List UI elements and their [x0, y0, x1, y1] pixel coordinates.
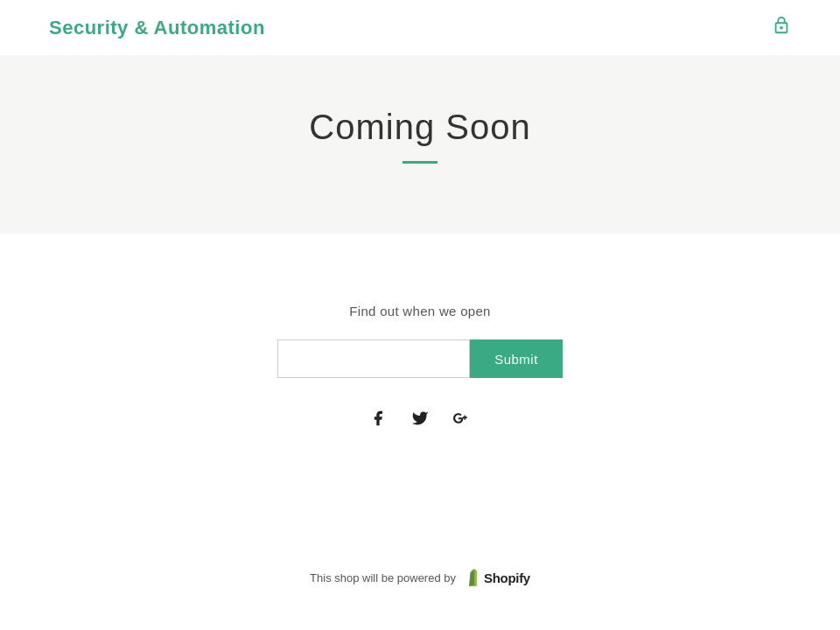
find-out-text: Find out when we open [18, 304, 822, 318]
shopify-bag-icon [461, 567, 480, 589]
divider [402, 161, 438, 164]
powered-by: This shop will be powered by Shopify [310, 567, 530, 589]
powered-by-text: This shop will be powered by [310, 571, 456, 584]
social-row [18, 410, 822, 427]
google-plus-icon[interactable] [453, 410, 471, 427]
subscription-form: Submit [18, 340, 822, 378]
shopify-logo[interactable]: Shopify [461, 567, 530, 589]
submit-button[interactable]: Submit [470, 340, 563, 378]
twitter-icon[interactable] [411, 410, 429, 427]
facebook-icon[interactable] [369, 410, 387, 427]
brand-title[interactable]: Security & Automation [49, 17, 265, 39]
email-input[interactable] [277, 340, 470, 378]
header: Security & Automation [0, 0, 840, 55]
lock-icon[interactable] [772, 16, 791, 39]
shopify-label: Shopify [484, 570, 530, 585]
content-section: Find out when we open Submit [0, 234, 840, 532]
coming-soon-title: Coming Soon [0, 108, 840, 147]
hero-section: Coming Soon [0, 55, 840, 234]
footer: This shop will be powered by Shopify [0, 532, 840, 624]
